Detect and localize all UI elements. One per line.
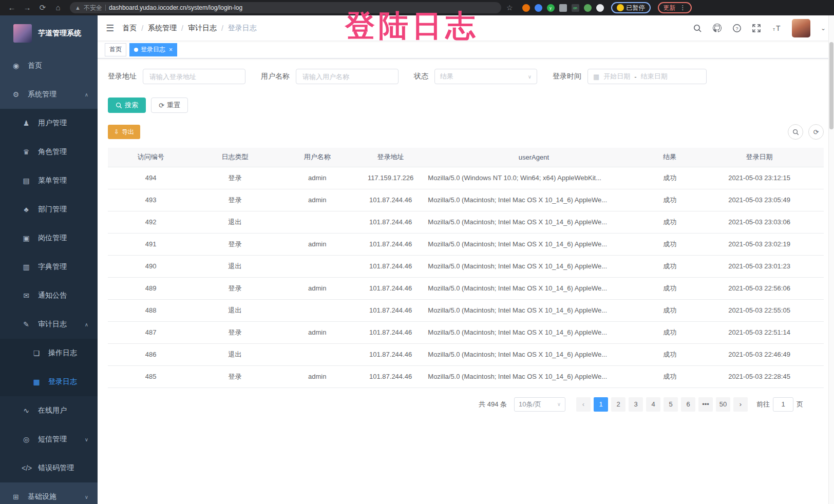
breadcrumb-item[interactable]: 审计日志 (188, 24, 217, 33)
page-button[interactable]: 6 (681, 397, 695, 412)
sidebar-item-login-log[interactable]: ▦登录日志 (0, 367, 98, 396)
sidebar-item-posts[interactable]: ▣岗位管理 (0, 224, 98, 253)
cell-date: 2021-05-03 23:02:19 (695, 233, 824, 255)
sidebar-item-audit-logs[interactable]: ✎审计日志∧ (0, 310, 98, 339)
hamburger-icon[interactable]: ☰ (106, 23, 114, 34)
prev-page-button[interactable]: ‹ (576, 397, 591, 412)
sidebar-item-infrastructure[interactable]: ⊞基础设施∨ (0, 482, 98, 504)
extension-icon[interactable]: on (572, 4, 579, 12)
kebab-menu-icon[interactable]: ⋮ (680, 4, 686, 11)
sidebar-item-operation-log[interactable]: ❏操作日志 (0, 339, 98, 367)
search-button[interactable]: 搜索 (108, 98, 146, 113)
cell-ip: 101.87.244.46 (358, 189, 423, 211)
breadcrumb-item[interactable]: 登录日志 (228, 24, 257, 33)
cell-result: 成功 (645, 233, 695, 255)
table-row[interactable]: 491登录admin101.87.244.46Mozilla/5.0 (Maci… (108, 233, 824, 255)
page-button[interactable]: 2 (611, 397, 626, 412)
profile-paused-badge[interactable]: 已暂停 (611, 2, 651, 13)
dict-icon: ▥ (22, 263, 31, 271)
cell-type: 登录 (194, 167, 276, 189)
chevron-down-icon: ∨ (528, 74, 532, 80)
cell-date: 2021-05-03 22:46:49 (695, 343, 824, 365)
goto-page-input[interactable] (773, 397, 793, 412)
cell-user: admin (276, 167, 358, 189)
login-address-input[interactable] (143, 69, 245, 84)
page-button[interactable]: 4 (646, 397, 660, 412)
sidebar-item-dictionary[interactable]: ▥字典管理 (0, 253, 98, 281)
sidebar-item-error-codes[interactable]: </>错误码管理 (0, 454, 98, 482)
extension-icon[interactable] (535, 4, 542, 12)
page-button[interactable]: 5 (664, 397, 678, 412)
tag-home[interactable]: 首页 (105, 43, 126, 56)
puzzle-icon[interactable] (596, 4, 604, 12)
chevron-down-icon[interactable]: ⌄ (821, 25, 826, 32)
scrollbar-thumb[interactable] (829, 42, 833, 129)
page-scrollbar[interactable] (828, 15, 834, 504)
table-row[interactable]: 486退出101.87.244.46Mozilla/5.0 (Macintosh… (108, 343, 824, 365)
page-button[interactable]: 1 (594, 397, 608, 412)
search-icon[interactable] (693, 24, 702, 33)
fullscreen-icon[interactable] (752, 24, 761, 33)
search-toggle-button[interactable] (788, 124, 803, 140)
table-row[interactable]: 487登录admin101.87.244.46Mozilla/5.0 (Maci… (108, 321, 824, 343)
breadcrumb-item[interactable]: 系统管理 (148, 24, 177, 33)
cell-id: 493 (108, 189, 194, 211)
page-button[interactable]: 50 (716, 397, 730, 412)
date-range-picker[interactable]: ▦ 开始日期 - 结束日期 (587, 69, 707, 84)
tag-login-log[interactable]: 登录日志 × (129, 43, 177, 56)
close-icon[interactable]: × (169, 46, 173, 53)
bookmark-star-icon[interactable]: ☆ (506, 4, 513, 12)
sidebar: 芋道管理系统 ◉首页⚙系统管理∧♟用户管理♛角色管理▤菜单管理♣部门管理▣岗位管… (0, 15, 98, 504)
font-size-icon[interactable]: тT (771, 24, 782, 33)
export-button[interactable]: ⇩ 导出 (108, 125, 140, 139)
table-row[interactable]: 489登录admin101.87.244.46Mozilla/5.0 (Maci… (108, 277, 824, 299)
sidebar-item-online-users[interactable]: ∿在线用户 (0, 396, 98, 425)
home-icon[interactable]: ⌂ (51, 0, 65, 15)
cell-result: 成功 (645, 365, 695, 387)
table-row[interactable]: 493登录admin101.87.244.46Mozilla/5.0 (Maci… (108, 189, 824, 211)
reload-icon[interactable]: ⟳ (36, 0, 49, 15)
table-row[interactable]: 494登录admin117.159.17.226Mozilla/5.0 (Win… (108, 167, 824, 189)
extension-icon[interactable] (584, 4, 592, 12)
table-row[interactable]: 488退出101.87.244.46Mozilla/5.0 (Macintosh… (108, 299, 824, 321)
forward-icon[interactable]: → (21, 0, 34, 15)
sidebar-item-label: 错误码管理 (38, 463, 74, 473)
reset-button[interactable]: ⟳ 重置 (151, 98, 188, 113)
sidebar-item-roles[interactable]: ♛角色管理 (0, 138, 98, 166)
username-input[interactable] (296, 69, 399, 84)
page-size-select[interactable]: 10条/页 ∨ (514, 397, 565, 412)
sidebar-item-notices[interactable]: ✉通知公告 (0, 281, 98, 310)
cell-result: 成功 (645, 167, 695, 189)
chevron-up-icon: ∧ (85, 322, 88, 327)
help-icon[interactable]: ? (732, 24, 742, 33)
pagination: 共 494 条 10条/页 ∨ ‹ 123456•••50 › 前往 页 (108, 397, 824, 412)
page-button[interactable]: 3 (629, 397, 643, 412)
next-page-button[interactable]: › (733, 397, 748, 412)
app-logo[interactable]: 芋道管理系统 (0, 15, 98, 51)
page-ellipsis[interactable]: ••• (698, 397, 713, 412)
cell-agent: Mozilla/5.0 (Macintosh; Intel Mac OS X 1… (423, 277, 645, 299)
address-bar[interactable]: ▲ 不安全 dashboard.yudao.iocoder.cn/system/… (70, 2, 501, 13)
github-icon[interactable] (712, 23, 722, 33)
cell-result: 成功 (645, 299, 695, 321)
table-row[interactable]: 485登录admin101.87.244.46Mozilla/5.0 (Maci… (108, 365, 824, 387)
sidebar-item-sms[interactable]: ◎短信管理∨ (0, 425, 98, 454)
cell-date: 2021-05-03 22:56:06 (695, 277, 824, 299)
extension-icon[interactable] (559, 4, 567, 12)
sidebar-item-users[interactable]: ♟用户管理 (0, 109, 98, 138)
status-select[interactable]: 结果 ∨ (434, 69, 537, 84)
back-icon[interactable]: ← (5, 0, 18, 15)
breadcrumb-item[interactable]: 首页 (122, 24, 137, 33)
sidebar-item-system[interactable]: ⚙系统管理∧ (0, 80, 98, 109)
extension-icon[interactable] (522, 4, 530, 12)
table-row[interactable]: 490退出101.87.244.46Mozilla/5.0 (Macintosh… (108, 255, 824, 277)
sidebar-item-menus[interactable]: ▤菜单管理 (0, 166, 98, 195)
update-button[interactable]: 更新 ⋮ (658, 2, 692, 13)
extension-icon[interactable]: y (547, 4, 555, 12)
refresh-button[interactable]: ⟳ (808, 124, 824, 140)
table-row[interactable]: 492退出101.87.244.46Mozilla/5.0 (Macintosh… (108, 211, 824, 233)
sidebar-item-departments[interactable]: ♣部门管理 (0, 195, 98, 224)
sidebar-item-home[interactable]: ◉首页 (0, 51, 98, 80)
cell-user (276, 211, 358, 233)
user-avatar[interactable] (792, 19, 810, 37)
